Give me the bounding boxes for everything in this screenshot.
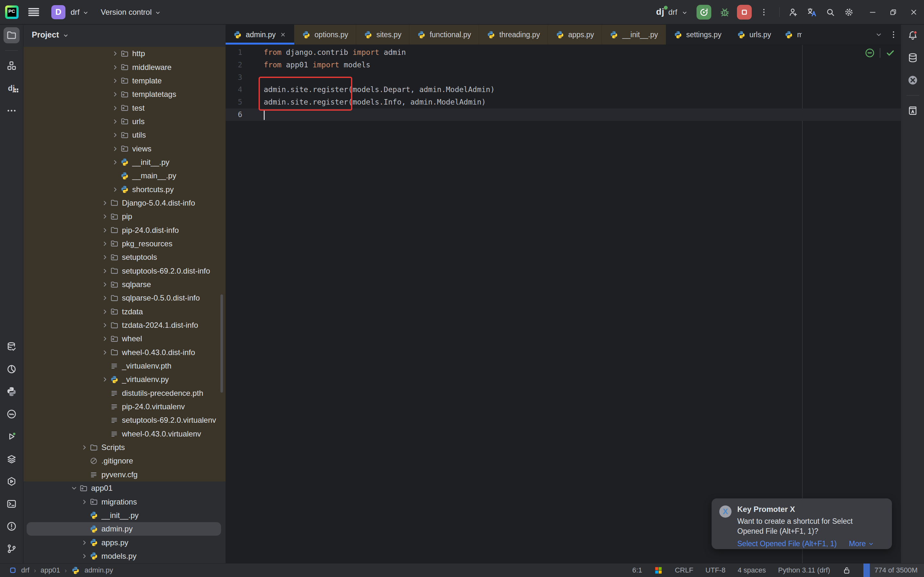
tab-options-py[interactable]: options.py	[294, 25, 356, 45]
tree-item-apps.py[interactable]: apps.py	[23, 536, 226, 549]
tree-item-__init__.py[interactable]: __init__.py	[23, 509, 226, 522]
expand-arrow-icon[interactable]	[100, 198, 110, 208]
breadcrumb-item-app01[interactable]: app01	[40, 566, 60, 574]
translate-icon[interactable]	[805, 5, 819, 19]
code-editor[interactable]: 1from django.contrib import admin2from a…	[226, 45, 901, 563]
indent-widget[interactable]: 4 spaces	[738, 566, 766, 574]
project-avatar[interactable]: D	[51, 5, 65, 19]
expand-arrow-icon[interactable]	[100, 226, 110, 235]
tree-item-tzdata-2024.1.dist-info[interactable]: tzdata-2024.1.dist-info	[23, 319, 226, 332]
caret-position-widget[interactable]: 6:1	[632, 566, 642, 574]
encoding-widget[interactable]: UTF-8	[706, 566, 726, 574]
interpreter-widget[interactable]: Python 3.11 (drf)	[778, 566, 830, 574]
version-control-menu[interactable]: Version control	[101, 8, 152, 17]
git-branch-icon[interactable]	[3, 541, 19, 557]
tree-item-wheel-0.43.0.virtualenv[interactable]: wheel-0.43.0.virtualenv	[23, 427, 226, 441]
expand-arrow-icon[interactable]	[111, 103, 120, 113]
tree-item-templatetags[interactable]: templatetags	[23, 87, 226, 101]
tree-item-app01[interactable]: app01	[23, 482, 226, 495]
tree-item-migrations[interactable]: migrations	[23, 495, 226, 508]
project-folder-icon[interactable]	[3, 27, 19, 43]
tab-admin-py[interactable]: admin.py	[226, 25, 294, 45]
pycharm-logo-icon[interactable]: PC	[5, 5, 19, 19]
tree-item-sqlparse-0.5.0.dist-info[interactable]: sqlparse-0.5.0.dist-info	[23, 291, 226, 305]
tab-m[interactable]: m	[779, 25, 802, 45]
pie-chart-icon[interactable]	[3, 361, 19, 377]
notification-action-link[interactable]: Select Opened File (Alt+F1, 1)	[737, 540, 837, 548]
close-icon[interactable]	[279, 31, 287, 38]
expand-arrow-icon[interactable]	[111, 49, 120, 58]
windows-logo-icon[interactable]	[654, 566, 663, 574]
expand-arrow-icon[interactable]	[100, 266, 110, 276]
database-check-icon[interactable]	[3, 339, 19, 355]
expand-arrow-icon[interactable]	[111, 131, 120, 140]
breadcrumb-item-drf[interactable]: drf	[21, 566, 29, 574]
python-packages-icon[interactable]	[3, 384, 19, 400]
problems-icon[interactable]	[3, 518, 19, 534]
memory-indicator[interactable]: 774 of 3500M	[863, 564, 924, 577]
tree-item-sqlparse[interactable]: sqlparse	[23, 278, 226, 291]
terminal-icon[interactable]	[3, 496, 19, 512]
structure-icon[interactable]	[3, 58, 19, 74]
expand-arrow-icon[interactable]	[100, 348, 110, 357]
expand-arrow-icon[interactable]	[111, 76, 120, 85]
lock-open-icon[interactable]	[842, 566, 851, 575]
tree-item-pyvenv.cfg[interactable]: pyvenv.cfg	[23, 468, 226, 482]
debug-button[interactable]	[718, 5, 732, 19]
code-line-2[interactable]: 2from app01 import models	[226, 59, 901, 71]
line-ending-widget[interactable]: CRLF	[675, 566, 693, 574]
run-icon[interactable]	[3, 429, 19, 445]
run-config-selector[interactable]: drf	[668, 8, 677, 17]
project-panel-header[interactable]: Project	[23, 25, 226, 45]
tree-item-models.py[interactable]: models.py	[23, 550, 226, 563]
main-menu-hamburger-icon[interactable]	[28, 8, 39, 16]
database-icon[interactable]	[905, 50, 921, 66]
problems-play-icon[interactable]	[3, 474, 19, 490]
expand-arrow-icon[interactable]	[100, 239, 110, 248]
expand-arrow-icon[interactable]	[100, 307, 110, 316]
tree-item-test[interactable]: test	[23, 101, 226, 114]
notifications-bell-icon[interactable]	[905, 27, 921, 43]
expand-arrow-icon[interactable]	[100, 334, 110, 343]
tree-item-utils[interactable]: utils	[23, 128, 226, 142]
tree-item-.gitignore[interactable]: .gitignore	[23, 454, 226, 467]
expand-arrow-icon[interactable]	[80, 498, 89, 506]
expand-arrow-icon[interactable]	[80, 538, 89, 547]
tab-urls-py[interactable]: urls.py	[729, 25, 779, 45]
expand-arrow-icon[interactable]	[100, 293, 110, 303]
more-actions-kebab-icon[interactable]	[757, 5, 771, 19]
collapse-arrow-icon[interactable]	[69, 484, 79, 493]
expand-arrow-icon[interactable]	[100, 212, 110, 221]
tree-item-http[interactable]: http	[23, 47, 226, 60]
python-console-icon[interactable]	[3, 406, 19, 422]
tree-item-tzdata[interactable]: tzdata	[23, 305, 226, 319]
expand-arrow-icon[interactable]	[111, 185, 120, 194]
code-vision-ok-icon[interactable]	[864, 47, 875, 58]
tree-item-shortcuts.py[interactable]: shortcuts.py	[23, 182, 226, 196]
more-tool-windows-icon[interactable]	[3, 103, 19, 119]
expand-arrow-icon[interactable]	[100, 253, 110, 262]
tree-item-wheel-0.43.0.dist-info[interactable]: wheel-0.43.0.dist-info	[23, 346, 226, 359]
tree-item-wheel[interactable]: wheel	[23, 332, 226, 345]
expand-arrow-icon[interactable]	[111, 158, 120, 167]
code-with-me-add-user-icon[interactable]	[786, 5, 800, 19]
tab-options-kebab-icon[interactable]	[886, 25, 901, 45]
notification-more-link[interactable]: More	[849, 540, 875, 548]
no-problems-check-icon[interactable]	[885, 47, 896, 58]
tree-item-__main__.py[interactable]: __main__.py	[23, 169, 226, 182]
breadcrumb-item-admin-py[interactable]: admin.py	[84, 566, 113, 574]
key-promoter-x-icon[interactable]	[905, 72, 921, 88]
tree-item-pip-24.0.dist-info[interactable]: pip-24.0.dist-info	[23, 223, 226, 237]
show-hidden-tabs-chevron-icon[interactable]	[871, 25, 886, 45]
expand-arrow-icon[interactable]	[111, 117, 120, 126]
expand-arrow-icon[interactable]	[111, 63, 120, 72]
code-line-1[interactable]: 1from django.contrib import admin	[226, 46, 901, 59]
project-name-menu[interactable]: drf	[71, 8, 79, 17]
tree-item-Scripts[interactable]: Scripts	[23, 441, 226, 454]
tab-threading-py[interactable]: threading.py	[479, 25, 548, 45]
window-close-button[interactable]	[903, 0, 924, 24]
search-everywhere-icon[interactable]	[823, 5, 837, 19]
tree-item-pip[interactable]: pip	[23, 210, 226, 223]
window-restore-button[interactable]	[883, 0, 903, 24]
tree-item-pip-24.0.virtualenv[interactable]: pip-24.0.virtualenv	[23, 400, 226, 413]
